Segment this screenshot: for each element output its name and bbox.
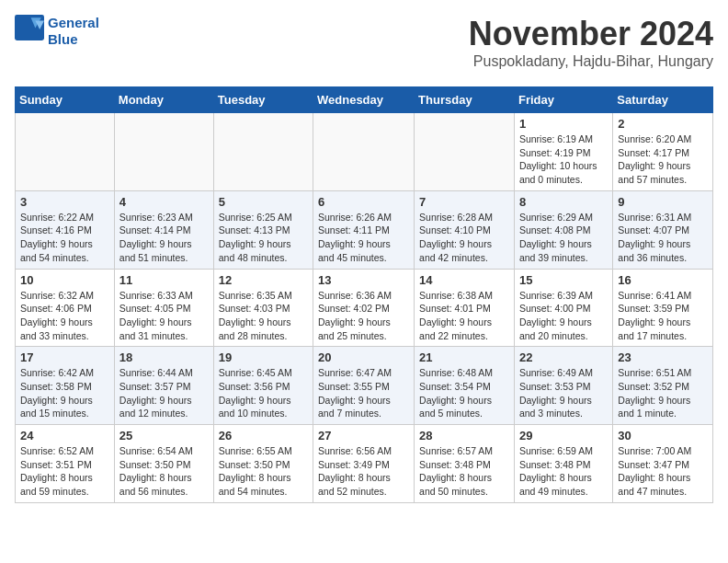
day-number: 29 (519, 429, 608, 442)
weekday-header: Friday (514, 87, 612, 113)
calendar-week-row: 10Sunrise: 6:32 AM Sunset: 4:06 PM Dayli… (16, 269, 713, 347)
weekday-header: Thursday (415, 87, 515, 113)
calendar-cell: 8Sunrise: 6:29 AM Sunset: 4:08 PM Daylig… (514, 190, 612, 269)
day-number: 10 (20, 273, 109, 287)
day-info: Sunrise: 6:52 AM Sunset: 3:51 PM Dayligh… (20, 444, 109, 499)
day-info: Sunrise: 6:25 AM Sunset: 4:13 PM Dayligh… (219, 211, 308, 265)
day-number: 6 (318, 195, 409, 209)
calendar-cell: 5Sunrise: 6:25 AM Sunset: 4:13 PM Daylig… (213, 190, 313, 269)
calendar-week-row: 1Sunrise: 6:19 AM Sunset: 4:19 PM Daylig… (16, 113, 713, 191)
calendar-week-row: 24Sunrise: 6:52 AM Sunset: 3:51 PM Dayli… (16, 425, 713, 503)
calendar-cell (313, 113, 415, 191)
day-info: Sunrise: 6:51 AM Sunset: 3:52 PM Dayligh… (618, 366, 708, 420)
calendar-cell: 11Sunrise: 6:33 AM Sunset: 4:05 PM Dayli… (114, 269, 213, 347)
calendar-cell: 14Sunrise: 6:38 AM Sunset: 4:01 PM Dayli… (415, 269, 515, 347)
day-info: Sunrise: 6:57 AM Sunset: 3:48 PM Dayligh… (419, 444, 509, 499)
weekday-header: Saturday (613, 87, 713, 113)
day-number: 15 (519, 273, 608, 287)
day-info: Sunrise: 6:54 AM Sunset: 3:50 PM Dayligh… (119, 444, 209, 499)
calendar-week-row: 17Sunrise: 6:42 AM Sunset: 3:58 PM Dayli… (16, 347, 713, 425)
day-info: Sunrise: 6:26 AM Sunset: 4:11 PM Dayligh… (318, 211, 409, 265)
day-info: Sunrise: 7:00 AM Sunset: 3:47 PM Dayligh… (618, 444, 708, 499)
calendar-cell: 1Sunrise: 6:19 AM Sunset: 4:19 PM Daylig… (514, 113, 612, 191)
day-info: Sunrise: 6:45 AM Sunset: 3:56 PM Dayligh… (219, 366, 308, 420)
day-number: 17 (20, 350, 109, 364)
day-number: 3 (20, 195, 109, 209)
calendar-cell: 28Sunrise: 6:57 AM Sunset: 3:48 PM Dayli… (415, 425, 515, 503)
day-number: 8 (519, 195, 608, 209)
calendar-cell: 22Sunrise: 6:49 AM Sunset: 3:53 PM Dayli… (514, 347, 612, 425)
calendar-cell: 20Sunrise: 6:47 AM Sunset: 3:55 PM Dayli… (313, 347, 415, 425)
day-number: 11 (119, 273, 209, 287)
day-number: 13 (318, 273, 409, 287)
calendar-cell: 29Sunrise: 6:59 AM Sunset: 3:48 PM Dayli… (514, 425, 612, 503)
calendar-cell: 6Sunrise: 6:26 AM Sunset: 4:11 PM Daylig… (313, 190, 415, 269)
calendar-cell (114, 113, 213, 191)
day-number: 1 (519, 117, 608, 131)
day-number: 28 (419, 429, 509, 442)
calendar-cell: 17Sunrise: 6:42 AM Sunset: 3:58 PM Dayli… (16, 347, 115, 425)
day-info: Sunrise: 6:49 AM Sunset: 3:53 PM Dayligh… (519, 366, 608, 420)
weekday-header-row: SundayMondayTuesdayWednesdayThursdayFrid… (16, 87, 713, 113)
day-number: 5 (219, 195, 308, 209)
calendar-cell: 16Sunrise: 6:41 AM Sunset: 3:59 PM Dayli… (613, 269, 713, 347)
logo-icon (15, 15, 44, 40)
day-number: 30 (618, 429, 708, 442)
calendar-cell: 26Sunrise: 6:55 AM Sunset: 3:50 PM Dayli… (213, 425, 313, 503)
day-number: 12 (219, 273, 308, 287)
day-number: 26 (219, 429, 308, 442)
calendar-table: SundayMondayTuesdayWednesdayThursdayFrid… (15, 86, 713, 503)
month-year: November 2024 (469, 15, 713, 53)
calendar-cell (415, 113, 515, 191)
day-number: 22 (519, 350, 608, 364)
calendar-cell: 27Sunrise: 6:56 AM Sunset: 3:49 PM Dayli… (313, 425, 415, 503)
calendar-cell: 7Sunrise: 6:28 AM Sunset: 4:10 PM Daylig… (415, 190, 515, 269)
calendar-cell: 10Sunrise: 6:32 AM Sunset: 4:06 PM Dayli… (16, 269, 115, 347)
calendar-cell: 18Sunrise: 6:44 AM Sunset: 3:57 PM Dayli… (114, 347, 213, 425)
day-info: Sunrise: 6:19 AM Sunset: 4:19 PM Dayligh… (519, 132, 608, 187)
day-info: Sunrise: 6:22 AM Sunset: 4:16 PM Dayligh… (20, 211, 109, 265)
day-info: Sunrise: 6:31 AM Sunset: 4:07 PM Dayligh… (618, 211, 708, 265)
weekday-header: Sunday (16, 87, 115, 113)
day-info: Sunrise: 6:32 AM Sunset: 4:06 PM Dayligh… (20, 289, 109, 343)
day-info: Sunrise: 6:47 AM Sunset: 3:55 PM Dayligh… (318, 366, 409, 420)
weekday-header: Wednesday (313, 87, 415, 113)
calendar-cell (16, 113, 115, 191)
calendar-cell: 13Sunrise: 6:36 AM Sunset: 4:02 PM Dayli… (313, 269, 415, 347)
day-number: 23 (618, 350, 708, 364)
weekday-header: Tuesday (213, 87, 313, 113)
day-number: 21 (419, 350, 509, 364)
calendar-cell: 21Sunrise: 6:48 AM Sunset: 3:54 PM Dayli… (415, 347, 515, 425)
day-info: Sunrise: 6:55 AM Sunset: 3:50 PM Dayligh… (219, 444, 308, 499)
day-info: Sunrise: 6:44 AM Sunset: 3:57 PM Dayligh… (119, 366, 209, 420)
logo: General Blue (15, 15, 99, 48)
day-number: 18 (119, 350, 209, 364)
calendar-cell: 23Sunrise: 6:51 AM Sunset: 3:52 PM Dayli… (613, 347, 713, 425)
calendar-cell: 15Sunrise: 6:39 AM Sunset: 4:00 PM Dayli… (514, 269, 612, 347)
calendar-week-row: 3Sunrise: 6:22 AM Sunset: 4:16 PM Daylig… (16, 190, 713, 269)
day-number: 25 (119, 429, 209, 442)
day-number: 16 (618, 273, 708, 287)
calendar-cell (213, 113, 313, 191)
day-number: 24 (20, 429, 109, 442)
day-number: 27 (318, 429, 409, 442)
calendar-cell: 3Sunrise: 6:22 AM Sunset: 4:16 PM Daylig… (16, 190, 115, 269)
day-info: Sunrise: 6:38 AM Sunset: 4:01 PM Dayligh… (419, 289, 509, 343)
day-info: Sunrise: 6:48 AM Sunset: 3:54 PM Dayligh… (419, 366, 509, 420)
day-info: Sunrise: 6:28 AM Sunset: 4:10 PM Dayligh… (419, 211, 509, 265)
day-number: 14 (419, 273, 509, 287)
day-info: Sunrise: 6:20 AM Sunset: 4:17 PM Dayligh… (618, 132, 708, 187)
calendar-cell: 4Sunrise: 6:23 AM Sunset: 4:14 PM Daylig… (114, 190, 213, 269)
logo-line1: General (48, 15, 99, 31)
day-info: Sunrise: 6:39 AM Sunset: 4:00 PM Dayligh… (519, 289, 608, 343)
calendar-cell: 9Sunrise: 6:31 AM Sunset: 4:07 PM Daylig… (613, 190, 713, 269)
day-info: Sunrise: 6:23 AM Sunset: 4:14 PM Dayligh… (119, 211, 209, 265)
logo-line2: Blue (48, 31, 99, 48)
day-number: 19 (219, 350, 308, 364)
calendar-cell: 30Sunrise: 7:00 AM Sunset: 3:47 PM Dayli… (613, 425, 713, 503)
day-number: 20 (318, 350, 409, 364)
weekday-header: Monday (114, 87, 213, 113)
location: Puspokladany, Hajdu-Bihar, Hungary (469, 53, 713, 70)
day-info: Sunrise: 6:36 AM Sunset: 4:02 PM Dayligh… (318, 289, 409, 343)
day-info: Sunrise: 6:33 AM Sunset: 4:05 PM Dayligh… (119, 289, 209, 343)
